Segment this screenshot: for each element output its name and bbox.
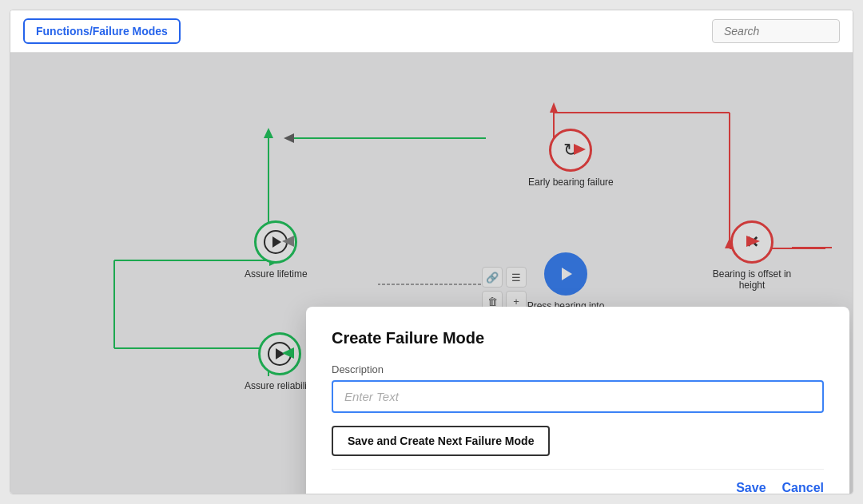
description-label: Description xyxy=(332,363,824,375)
canvas-area: ↻ Early bearing failure Assure lifetime xyxy=(10,53,853,494)
functions-failure-modes-button[interactable]: Functions/Failure Modes xyxy=(23,18,181,44)
create-failure-mode-modal: Create Failure Mode Description Save and… xyxy=(306,307,849,494)
app-window: Functions/Failure Modes xyxy=(10,10,853,494)
modal-title: Create Failure Mode xyxy=(332,329,824,347)
top-bar: Functions/Failure Modes xyxy=(10,10,853,53)
save-next-button[interactable]: Save and Create Next Failure Mode xyxy=(332,426,550,456)
description-input[interactable] xyxy=(332,380,824,413)
modal-footer: Save Cancel xyxy=(332,469,824,494)
search-input[interactable] xyxy=(712,19,840,43)
save-button[interactable]: Save xyxy=(736,481,766,494)
cancel-button[interactable]: Cancel xyxy=(782,481,824,494)
